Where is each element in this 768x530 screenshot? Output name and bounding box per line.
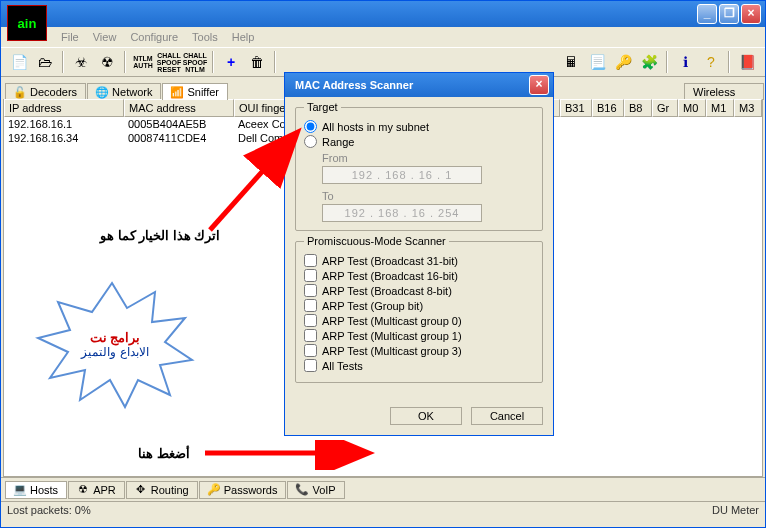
sniffer-icon: 📶 (171, 86, 183, 98)
help-icon[interactable]: ? (699, 50, 723, 74)
open-icon[interactable]: 🗁 (33, 50, 57, 74)
doc-icon[interactable]: 📃 (585, 50, 609, 74)
tab-sniffer[interactable]: 📶Sniffer (162, 83, 228, 100)
ntlm-auth-icon[interactable]: NTLMAUTH (131, 50, 155, 74)
arrow-2-icon (200, 440, 380, 470)
passwords-icon: 🔑 (208, 484, 220, 496)
btab-voip[interactable]: 📞VoIP (287, 481, 344, 499)
separator (124, 51, 126, 73)
app-logo: ain (7, 5, 47, 41)
close-button[interactable]: × (741, 4, 761, 24)
annotation-2: أضغط هنا (138, 446, 190, 461)
separator (666, 51, 668, 73)
tab-label: Wireless (693, 86, 735, 98)
burst-line2: الابداع والتميز (70, 345, 160, 359)
chk-arp-m0[interactable] (304, 314, 317, 327)
about-icon[interactable]: ℹ (673, 50, 697, 74)
cell-ip: 192.168.16.1 (4, 117, 124, 131)
tab-decoders[interactable]: 🔓Decoders (5, 83, 86, 100)
tab-label: Network (112, 86, 152, 98)
col-m3[interactable]: M3 (734, 99, 762, 117)
separator (274, 51, 276, 73)
promisc-group: Promiscuous-Mode Scanner ARP Test (Broad… (295, 241, 543, 383)
menu-view[interactable]: View (93, 31, 117, 43)
target-group: Target All hosts in my subnet Range From… (295, 107, 543, 231)
menu-configure[interactable]: Configure (130, 31, 178, 43)
status-left: Lost packets: 0% (7, 504, 91, 517)
new-icon[interactable]: 📄 (7, 50, 31, 74)
chk-arp-m3[interactable] (304, 344, 317, 357)
remove-icon[interactable]: 🗑 (245, 50, 269, 74)
dialog-title: MAC Address Scanner (295, 79, 413, 91)
btab-apr[interactable]: ☢APR (68, 481, 125, 499)
menu-file[interactable]: File (61, 31, 79, 43)
minimize-button[interactable]: _ (697, 4, 717, 24)
col-b8[interactable]: B8 (624, 99, 652, 117)
col-m0[interactable]: M0 (678, 99, 706, 117)
misc-icon[interactable]: 🧩 (637, 50, 661, 74)
tab-label: Decoders (30, 86, 77, 98)
to-label: To (322, 190, 534, 202)
key-icon[interactable]: 🔑 (611, 50, 635, 74)
from-ip-field: 192 . 168 . 16 . 1 (322, 166, 482, 184)
menu-help[interactable]: Help (232, 31, 255, 43)
col-m1[interactable]: M1 (706, 99, 734, 117)
radiation-icon[interactable]: ☢ (95, 50, 119, 74)
col-b31[interactable]: B31 (560, 99, 592, 117)
btab-passwords[interactable]: 🔑Passwords (199, 481, 287, 499)
chk-label: ARP Test (Multicast group 0) (322, 315, 462, 327)
menubar: File View Configure Tools Help (1, 27, 765, 47)
separator (212, 51, 214, 73)
col-ip[interactable]: IP address (4, 99, 124, 117)
chk-arp-group[interactable] (304, 299, 317, 312)
bottom-tabs: 💻Hosts ☢APR ✥Routing 🔑Passwords 📞VoIP (1, 477, 765, 501)
cell-ip: 192.168.16.34 (4, 131, 124, 145)
calc-icon[interactable]: 🖩 (559, 50, 583, 74)
btab-hosts[interactable]: 💻Hosts (5, 481, 67, 499)
routing-icon: ✥ (135, 484, 147, 496)
dialog-titlebar[interactable]: MAC Address Scanner × (285, 73, 553, 97)
to-ip-field: 192 . 168 . 16 . 254 (322, 204, 482, 222)
btab-label: APR (93, 484, 116, 496)
tab-wireless[interactable]: Wireless (684, 83, 764, 100)
chk-arp-m1[interactable] (304, 329, 317, 342)
separator (728, 51, 730, 73)
titlebar[interactable]: _ ❐ × (1, 1, 765, 27)
voip-icon: 📞 (296, 484, 308, 496)
burst-line1: برامج نت (70, 330, 160, 345)
chk-label: ARP Test (Broadcast 16-bit) (322, 270, 458, 282)
maximize-button[interactable]: ❐ (719, 4, 739, 24)
menu-tools[interactable]: Tools (192, 31, 218, 43)
chk-label: All Tests (322, 360, 363, 372)
col-gr[interactable]: Gr (652, 99, 678, 117)
cancel-button[interactable]: Cancel (471, 407, 543, 425)
promisc-label: Promiscuous-Mode Scanner (304, 235, 449, 247)
hosts-icon: 💻 (14, 484, 26, 496)
chk-arp-b31[interactable] (304, 254, 317, 267)
tab-network[interactable]: 🌐Network (87, 83, 161, 100)
from-label: From (322, 152, 534, 164)
chk-label: ARP Test (Group bit) (322, 300, 423, 312)
exit-icon[interactable]: 📕 (735, 50, 759, 74)
chk-arp-b8[interactable] (304, 284, 317, 297)
lock-icon: 🔓 (14, 86, 26, 98)
ok-button[interactable]: OK (390, 407, 462, 425)
chk-label: ARP Test (Broadcast 31-bit) (322, 255, 458, 267)
statusbar: Lost packets: 0% DU Meter (1, 501, 765, 519)
btab-label: Passwords (224, 484, 278, 496)
chall-spoof-ntlm-icon[interactable]: CHALLSPOOFNTLM (183, 50, 207, 74)
mac-scanner-dialog: MAC Address Scanner × Target All hosts i… (284, 72, 554, 436)
dialog-close-button[interactable]: × (529, 75, 549, 95)
btab-label: Routing (151, 484, 189, 496)
apr-icon: ☢ (77, 484, 89, 496)
col-b16[interactable]: B16 (592, 99, 624, 117)
btab-routing[interactable]: ✥Routing (126, 481, 198, 499)
biohazard-icon[interactable]: ☣ (69, 50, 93, 74)
chk-all-tests[interactable] (304, 359, 317, 372)
add-icon[interactable]: + (219, 50, 243, 74)
target-label: Target (304, 101, 341, 113)
col-mac[interactable]: MAC address (124, 99, 234, 117)
chall-spoof-reset-icon[interactable]: CHALLSPOOFRESET (157, 50, 181, 74)
btab-label: VoIP (312, 484, 335, 496)
chk-arp-b16[interactable] (304, 269, 317, 282)
